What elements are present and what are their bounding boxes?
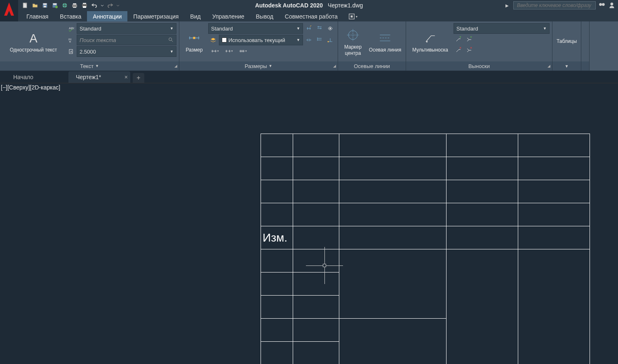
crosshair-pickbox: [323, 264, 326, 267]
print-icon[interactable]: [80, 1, 89, 10]
doc-tab-active[interactable]: Чертеж1*×: [68, 71, 130, 83]
tab-annotate[interactable]: Аннотации: [87, 11, 127, 21]
svg-point-23: [169, 38, 172, 40]
svg-text:B: B: [69, 40, 71, 43]
dim-override-icon[interactable]: [315, 23, 324, 33]
dim-baseline-icon[interactable]: [315, 35, 324, 45]
svg-point-6: [55, 6, 58, 8]
svg-text:ABC: ABC: [69, 26, 74, 30]
text-height-dropdown[interactable]: 2.5000▼: [77, 46, 176, 57]
svg-text:×: ×: [459, 47, 461, 50]
open-icon[interactable]: [31, 1, 40, 10]
leader-align-icon[interactable]: +: [464, 35, 474, 45]
redo-icon[interactable]: [106, 1, 115, 10]
panel-text-expand-icon[interactable]: ◢: [174, 64, 177, 68]
svg-point-27: [329, 28, 331, 29]
svg-point-28: [328, 41, 329, 42]
dim-layer-icon[interactable]: [208, 35, 218, 45]
tab-output[interactable]: Вывод: [250, 11, 279, 21]
text-style-dropdown[interactable]: Standard▼: [77, 23, 176, 34]
document-tabs: Начало Чертеж1*× +: [0, 71, 618, 83]
close-icon[interactable]: ×: [125, 74, 128, 80]
tab-home[interactable]: Главная: [21, 11, 54, 21]
leader-add-icon[interactable]: +: [454, 35, 463, 45]
saveas-icon[interactable]: [50, 1, 59, 10]
panel-dimensions: Размер Standard▼ Использовать текущий▼: [179, 21, 338, 70]
multileader-button[interactable]: Мультивыноска: [409, 23, 452, 61]
svg-point-16: [611, 2, 613, 5]
svg-rect-12: [83, 3, 86, 4]
spellcheck-icon[interactable]: ABC: [66, 23, 76, 33]
dim-button-label: Размер: [186, 47, 202, 53]
dim-update-icon[interactable]: [304, 23, 314, 33]
ribbon-tabs: Главная Вставка Аннотации Параметризация…: [0, 11, 618, 21]
svg-rect-10: [73, 7, 76, 8]
new-tab-button[interactable]: +: [133, 73, 144, 83]
dim-continue-icon[interactable]: [304, 35, 314, 45]
keyword-search-input[interactable]: [513, 1, 596, 9]
center-line-button[interactable]: Осевая линия: [367, 23, 403, 61]
text-height-icon[interactable]: A: [66, 47, 76, 56]
tab-addins-icon[interactable]: ▾: [348, 12, 357, 21]
dim-linear-icon[interactable]: ▾: [208, 46, 221, 56]
save-icon[interactable]: [40, 1, 49, 10]
svg-text:×: ×: [470, 47, 472, 50]
center-mark-label: Маркер центра: [344, 44, 362, 56]
drawing-table: Изм.: [261, 134, 590, 364]
tab-collab[interactable]: Совместная работа: [279, 11, 343, 21]
user-icon[interactable]: [608, 2, 616, 9]
file-name: Чертеж1.dwg: [328, 2, 363, 9]
center-mark-button[interactable]: Маркер центра: [341, 23, 365, 61]
dim-quick-icon[interactable]: ▾: [222, 46, 235, 56]
svg-rect-9: [73, 3, 76, 5]
tables-label: Таблицы: [557, 38, 577, 44]
tab-parametric[interactable]: Параметризация: [127, 11, 184, 21]
svg-rect-5: [53, 3, 56, 5]
text-justify-icon[interactable]: |A|B: [66, 35, 76, 45]
title-center: Autodesk AutoCAD 2020 Чертеж1.dwg: [255, 2, 363, 9]
panel-dim-expand-icon[interactable]: ◢: [333, 64, 336, 68]
color-swatch-icon: [222, 38, 227, 42]
plot-icon[interactable]: [70, 1, 79, 10]
dim-ordinate-icon[interactable]: [325, 35, 335, 45]
quick-access-toolbar: [21, 1, 120, 10]
web-icon[interactable]: [60, 1, 69, 10]
tab-manage[interactable]: Управление: [207, 11, 250, 21]
viewport-controls[interactable]: [−][Сверху][2D-каркас]: [1, 84, 60, 91]
contact-icon[interactable]: [598, 2, 606, 9]
title-bar: Autodesk AutoCAD 2020 Чертеж1.dwg ▶: [0, 0, 618, 11]
redo-more-icon[interactable]: [115, 1, 120, 10]
svg-point-14: [599, 3, 602, 6]
drawing-viewport[interactable]: [−][Сверху][2D-каркас] Изм.: [0, 83, 618, 364]
text-button-label: Однострочный текст: [10, 47, 57, 53]
new-icon[interactable]: [21, 1, 30, 10]
leader-style-dropdown[interactable]: Standard▼: [454, 23, 550, 34]
undo-icon[interactable]: [90, 1, 99, 10]
svg-rect-2: [43, 3, 47, 5]
dim-layer-dropdown[interactable]: Использовать текущий▼: [219, 35, 303, 45]
svg-rect-3: [44, 6, 46, 7]
panel-centerlines: Маркер центра Осевая линия Осевые линии: [338, 21, 406, 70]
app-name: Autodesk AutoCAD 2020: [255, 2, 323, 9]
panel-tables: Таблицы ▼: [552, 21, 581, 70]
app-logo-button[interactable]: [0, 0, 18, 21]
leader-collect-icon[interactable]: ×: [464, 45, 474, 55]
tables-button[interactable]: Таблицы: [553, 22, 580, 61]
undo-more-icon[interactable]: [100, 1, 105, 10]
text-button[interactable]: A Однострочный текст: [2, 23, 64, 61]
panel-leaders: Мультивыноска Standard▼ + + × × Выноски◢: [406, 21, 552, 70]
play-icon[interactable]: ▶: [503, 2, 511, 9]
dim-inspect-icon[interactable]: [325, 23, 335, 33]
dimension-button[interactable]: Размер: [182, 23, 207, 61]
svg-text:A: A: [70, 50, 73, 54]
dim-style-dropdown[interactable]: Standard▼: [208, 23, 303, 34]
find-text-input[interactable]: Поиск текста: [77, 35, 176, 45]
leader-remove-icon[interactable]: ×: [454, 45, 463, 55]
tab-insert[interactable]: Вставка: [54, 11, 87, 21]
dim-chain-icon[interactable]: ▾: [236, 46, 249, 56]
panel-text: A Однострочный текст ABC Standard▼ |A|B …: [0, 21, 179, 70]
doc-tab-start[interactable]: Начало: [6, 71, 68, 83]
svg-rect-13: [83, 6, 86, 8]
tab-view[interactable]: Вид: [184, 11, 206, 21]
panel-leader-expand-icon[interactable]: ◢: [548, 64, 550, 68]
